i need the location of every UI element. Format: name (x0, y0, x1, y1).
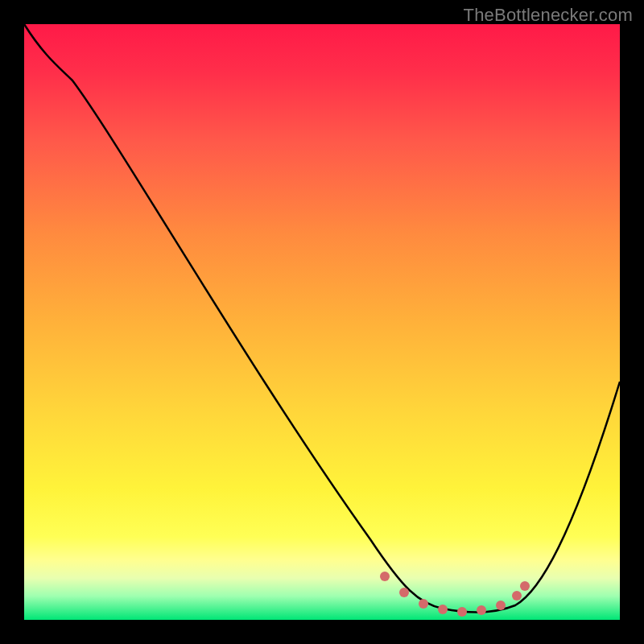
marker-dot (496, 601, 506, 610)
marker-dot (477, 605, 486, 615)
marker-dot (399, 588, 409, 597)
bottleneck-curve-path (24, 24, 620, 612)
chart-svg (24, 24, 620, 620)
marker-dot (419, 599, 428, 609)
attribution-label: TheBottlenecker.com (464, 5, 633, 26)
chart-plot-area (24, 24, 620, 620)
marker-dot (380, 572, 390, 581)
marker-dot (512, 591, 522, 601)
marker-dot (520, 581, 530, 591)
marker-dot (438, 605, 448, 614)
marker-dot (457, 607, 467, 617)
